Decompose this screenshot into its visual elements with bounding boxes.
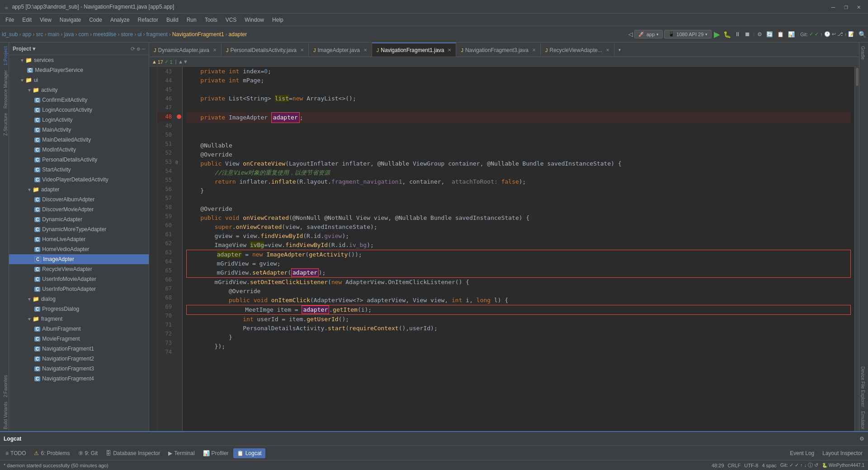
editor-scrollbar[interactable] — [854, 67, 859, 431]
sidebar-item-adapter-folder[interactable]: ▼ 📁 adapter — [9, 185, 149, 195]
sidebar-item-services[interactable]: ▼ 📁 services — [9, 55, 149, 65]
fold-marker-53[interactable]: @ — [175, 160, 178, 164]
breadcrumb-ui[interactable]: ui — [137, 31, 142, 38]
menu-tools[interactable]: Tools — [201, 15, 221, 25]
left-strip-project[interactable]: 1:Project — [0, 44, 9, 67]
toolbar-btn4[interactable]: 🔄 — [765, 31, 774, 38]
sidebar-gear-btn[interactable]: — — [142, 46, 145, 52]
tab-terminal[interactable]: ▶ Terminal — [165, 448, 198, 458]
tab-logcat[interactable]: 📋 Logcat — [233, 448, 265, 458]
breadcrumb-app[interactable]: app — [22, 31, 31, 38]
menu-view[interactable]: View — [36, 15, 55, 25]
sidebar-item-maindetailedactivity[interactable]: C MainDetailedActivity — [9, 135, 149, 145]
git-up[interactable]: ↑ — [820, 32, 823, 37]
menu-build[interactable]: Build — [163, 15, 182, 25]
sidebar-settings-btn[interactable]: ⚙ — [137, 46, 140, 52]
sidebar-item-videoplayerdetailedactivity[interactable]: C VideoPlayerDetailedActivity — [9, 175, 149, 185]
sidebar-item-imageadpter[interactable]: C ImageAdpter — [9, 254, 149, 264]
git-annotate[interactable]: 📝 — [848, 31, 854, 37]
tabs-more-btn[interactable]: ▾ — [614, 47, 625, 53]
menu-window[interactable]: Window — [241, 15, 268, 25]
sidebar-item-activity[interactable]: ▼ 📁 activity — [9, 85, 149, 95]
api-dropdown[interactable]: 📱1080 API 29▾ — [664, 30, 712, 38]
tab-close-image[interactable]: ✕ — [363, 47, 367, 52]
sidebar-item-dialog[interactable]: ▼ 📁 dialog — [9, 294, 149, 304]
sidebar-item-discovermoviewadpter[interactable]: C DiscoverMovieAdpter — [9, 204, 149, 214]
tab-dynamicadapter[interactable]: J DynamicAdapter.java ✕ — [149, 43, 222, 57]
menu-code[interactable]: Code — [85, 15, 106, 25]
app-dropdown[interactable]: 🚀app▾ — [634, 30, 663, 38]
minimize-btn[interactable]: — — [829, 3, 838, 10]
right-strip-gradle[interactable]: Gradle — [859, 44, 868, 62]
sidebar-item-loginaccountactivity[interactable]: C LoginAccountActivity — [9, 105, 149, 115]
menu-help[interactable]: Help — [269, 15, 287, 25]
tab-navigationfragment3[interactable]: J NavigationFragment3.java ✕ — [456, 43, 541, 57]
breadcrumb-src[interactable]: src — [36, 31, 43, 38]
git-push[interactable]: ↑ — [844, 32, 847, 37]
menu-navigate[interactable]: Navigate — [56, 15, 85, 25]
breadcrumb-meetdilse[interactable]: meetdilse — [93, 31, 116, 38]
sidebar-item-navigationfragment3[interactable]: C NavigationFragment3 — [9, 364, 149, 374]
tab-close-nav3[interactable]: ✕ — [532, 47, 536, 52]
git-revert[interactable]: ↩ — [832, 31, 836, 37]
tab-todo[interactable]: ≡ TODO — [2, 448, 29, 458]
sidebar-item-fragment[interactable]: ▼ 📁 fragment — [9, 314, 149, 324]
layout-inspector-btn[interactable]: Layout Inspector — [819, 448, 866, 458]
left-strip-resource[interactable]: Resource Manager — [0, 68, 9, 110]
sidebar-item-recycleviewadapter[interactable]: C RecycleViewAdapter — [9, 264, 149, 274]
sidebar-item-moviefragment[interactable]: C MovieFragment — [9, 334, 149, 344]
right-strip-devicefile[interactable]: Device File Explorer — [859, 365, 868, 408]
sidebar-item-startactivity[interactable]: C StartActivity — [9, 165, 149, 175]
tab-profiler[interactable]: 📊 Profiler — [199, 448, 232, 458]
event-log-btn[interactable]: Event Log — [786, 448, 818, 458]
run-btn[interactable]: ▶ — [713, 29, 721, 39]
toolbar-btn3[interactable]: ⚙ — [756, 31, 764, 38]
menu-vcs[interactable]: VCS — [222, 15, 241, 25]
close-btn[interactable]: ✕ — [854, 3, 863, 10]
left-strip-zstructure[interactable]: Z-Structure — [0, 111, 9, 138]
tab-problems[interactable]: ⚠ 6: Problems — [30, 448, 73, 458]
git-history[interactable]: 🕐 — [824, 31, 830, 37]
toolbar-btn2[interactable]: ⏹ — [743, 31, 752, 38]
breadcrumb-com[interactable]: com — [78, 31, 89, 38]
menu-refactor[interactable]: Refactor — [134, 15, 162, 25]
tab-imageadpter[interactable]: J ImageAdpter.java ✕ — [309, 43, 372, 57]
breadcrumb-adapter[interactable]: adapter — [229, 31, 247, 38]
breadcrumb-idsub[interactable]: id_sub — [2, 31, 18, 38]
tab-close-personal[interactable]: ✕ — [300, 47, 304, 52]
toolbar-btn5[interactable]: 📋 — [776, 31, 785, 38]
menu-file[interactable]: File — [2, 15, 18, 25]
tab-close-dynamic[interactable]: ✕ — [213, 47, 217, 52]
nav-up-btn[interactable]: ▲ — [179, 59, 182, 65]
git-branch[interactable]: ⎇ — [837, 31, 843, 37]
tab-recycleviewadapte[interactable]: J RecycleViewAdapte... ✕ — [541, 43, 614, 57]
sidebar-item-dynamicadapter[interactable]: C DynamicAdapter — [9, 214, 149, 224]
nav-back-btn[interactable]: ◁ — [628, 31, 633, 38]
left-strip-build[interactable]: Build Variants — [0, 400, 9, 431]
tab-navigationfragment1[interactable]: J NavigationFragment1.java ✕ — [372, 43, 457, 57]
sidebar-item-dynamicmoretypeadapter[interactable]: C DynamicMoreTypeAdapter — [9, 224, 149, 234]
sidebar-item-navigationfragment1[interactable]: C NavigationFragment1 — [9, 344, 149, 354]
sidebar-item-mediaplayerservice[interactable]: C MediaPlayerService — [9, 65, 149, 75]
sidebar-item-discoveralbumadpter[interactable]: C DiscoverAlbumAdpter — [9, 195, 149, 204]
maximize-btn[interactable]: ❐ — [841, 3, 850, 10]
breadcrumb-fragment[interactable]: fragment — [146, 31, 168, 38]
sidebar-item-navigationfragment4[interactable]: C NavigationFragment4 — [9, 374, 149, 384]
code-editor[interactable]: private int index=0; private int mPage; … — [183, 67, 854, 431]
sidebar-item-progressdialog[interactable]: C ProgressDialog — [9, 304, 149, 314]
logcat-settings-btn[interactable]: ⚙ — [859, 436, 864, 442]
sidebar-item-ui[interactable]: ▼ 📁 ui — [9, 75, 149, 85]
tab-close-recycle[interactable]: ✕ — [606, 47, 609, 52]
tab-database-inspector[interactable]: 🗄 Database Inspector — [102, 448, 164, 458]
debug-btn[interactable]: 🐛 — [722, 31, 732, 38]
sidebar-sync-btn[interactable]: ⟳ — [131, 46, 135, 52]
tab-close-nav1[interactable]: ✕ — [448, 47, 451, 52]
sidebar-item-confirmexitactivity[interactable]: C ConfirmExitActivity — [9, 95, 149, 105]
breadcrumb-store[interactable]: store — [121, 31, 133, 38]
breadcrumb-java[interactable]: java — [64, 31, 74, 38]
sidebar-item-modinfactivity[interactable]: C ModInfActivity — [9, 145, 149, 155]
search-btn[interactable]: 🔍 — [859, 31, 866, 38]
sidebar-item-homeliveadapter[interactable]: C HomeLiveAdapter — [9, 234, 149, 244]
sidebar-item-userinfophotoadapter[interactable]: C UserInfoPhotoAdapter — [9, 284, 149, 294]
sidebar-item-userinfomovieadapter[interactable]: C UserInfoMovieAdapter — [9, 274, 149, 284]
